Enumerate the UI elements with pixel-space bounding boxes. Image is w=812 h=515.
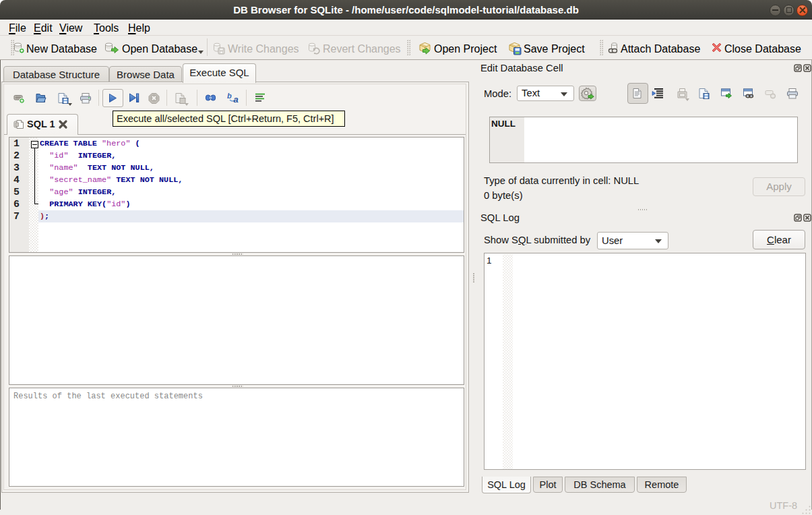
svg-text:a: a (234, 94, 239, 104)
svg-text:b: b (227, 92, 232, 100)
